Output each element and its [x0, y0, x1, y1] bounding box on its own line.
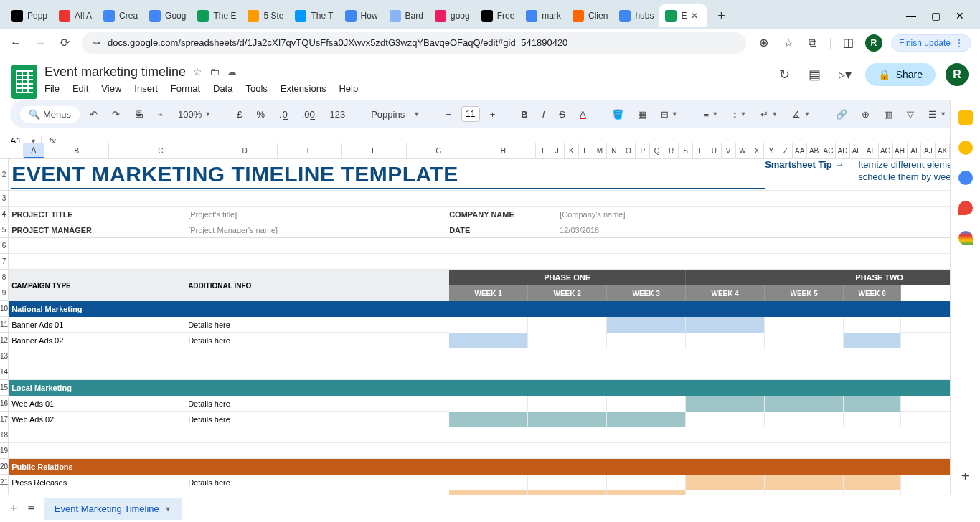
row-header[interactable]: 19: [0, 443, 9, 459]
week-cell[interactable]: [449, 396, 528, 412]
col-header[interactable]: AC: [821, 143, 836, 158]
week-cell[interactable]: [765, 317, 844, 333]
week-cell[interactable]: [607, 317, 686, 333]
minimize-button[interactable]: —: [905, 10, 917, 22]
col-header[interactable]: AB: [807, 143, 821, 158]
browser-tab[interactable]: Crea: [98, 4, 143, 27]
filter-button[interactable]: ▽: [903, 106, 918, 123]
site-info-icon[interactable]: ⊶: [92, 38, 100, 48]
menu-extensions[interactable]: Extensions: [281, 83, 326, 94]
row-header[interactable]: 17: [0, 412, 9, 427]
finish-update-button[interactable]: Finish update⋮: [891, 34, 971, 52]
menu-insert[interactable]: Insert: [134, 83, 158, 94]
percent-button[interactable]: %: [252, 106, 269, 123]
col-header[interactable]: A: [24, 143, 45, 158]
calendar-icon[interactable]: [958, 110, 973, 125]
all-sheets-button[interactable]: ≡: [28, 503, 34, 516]
browser-tab[interactable]: mark: [520, 4, 567, 27]
week-cell[interactable]: [607, 333, 686, 348]
row-header[interactable]: 2: [0, 159, 9, 191]
menu-data[interactable]: Data: [213, 83, 232, 94]
dec-font-button[interactable]: −: [441, 106, 456, 123]
col-header[interactable]: O: [621, 143, 636, 158]
browser-tab[interactable]: 5 Ste: [242, 4, 289, 27]
col-header[interactable]: AG: [879, 143, 893, 158]
sheet-tab-active[interactable]: Event Marketing Timeline▼: [44, 498, 182, 520]
filter-views-button[interactable]: ☰▼: [924, 106, 951, 123]
profile-avatar[interactable]: R: [865, 34, 882, 52]
currency-button[interactable]: £: [232, 106, 246, 123]
select-all-corner[interactable]: [0, 143, 24, 158]
reload-button[interactable]: ⟳: [57, 36, 72, 50]
week-cell[interactable]: [449, 475, 528, 490]
menu-format[interactable]: Format: [171, 83, 200, 94]
week-cell[interactable]: [686, 412, 765, 427]
browser-tab[interactable]: goog: [429, 4, 476, 27]
h-align-button[interactable]: ≡▼: [699, 106, 723, 123]
browser-tab[interactable]: The T: [289, 4, 339, 27]
row-header[interactable]: 18: [0, 427, 9, 443]
week-cell[interactable]: [765, 475, 844, 490]
week-cell[interactable]: [607, 475, 686, 490]
row-header[interactable]: 4: [0, 207, 9, 222]
col-header[interactable]: J: [550, 143, 565, 158]
col-header[interactable]: Z: [778, 143, 793, 158]
undo-button[interactable]: ↶: [85, 106, 102, 123]
new-tab-button[interactable]: +: [711, 6, 731, 26]
col-header[interactable]: L: [579, 143, 593, 158]
url-field[interactable]: ⊶ docs.google.com/spreadsheets/d/1Ja2cXI…: [82, 32, 746, 54]
wrap-button[interactable]: ↵▼: [756, 106, 782, 123]
add-addon-button[interactable]: +: [961, 468, 970, 485]
rotate-button[interactable]: ∡▼: [788, 106, 814, 123]
browser-tab[interactable]: hubs: [613, 4, 659, 27]
menu-edit[interactable]: Edit: [72, 83, 88, 94]
font-select[interactable]: Poppins▼: [367, 106, 424, 123]
week-cell[interactable]: [844, 333, 901, 348]
browser-tab[interactable]: All A: [53, 4, 98, 27]
row-header[interactable]: 5: [0, 222, 9, 238]
week-cell[interactable]: [528, 317, 607, 333]
col-header[interactable]: P: [636, 143, 650, 158]
browser-tab[interactable]: Pepp: [6, 4, 53, 27]
smartsheet-tip-link[interactable]: Smartsheet Tip →: [765, 159, 858, 170]
row-header[interactable]: 9: [0, 285, 9, 301]
tasks-icon[interactable]: [958, 171, 973, 185]
col-header[interactable]: Q: [650, 143, 664, 158]
close-tab-icon[interactable]: ✕: [691, 11, 701, 21]
col-header[interactable]: K: [565, 143, 579, 158]
fill-color-button[interactable]: 🪣: [608, 106, 628, 123]
week-cell[interactable]: [528, 412, 607, 427]
bold-button[interactable]: B: [517, 106, 532, 123]
keep-icon[interactable]: [958, 141, 973, 155]
contacts-icon[interactable]: [958, 201, 973, 215]
redo-button[interactable]: ↷: [108, 106, 124, 123]
extensions-icon[interactable]: ⧉: [805, 35, 821, 51]
menu-tools[interactable]: Tools: [245, 83, 267, 94]
row-header[interactable]: 7: [0, 254, 9, 270]
col-header[interactable]: I: [536, 143, 550, 158]
col-header[interactable]: AJ: [921, 143, 936, 158]
week-cell[interactable]: [844, 317, 901, 333]
merge-button[interactable]: ⊟▼: [656, 106, 682, 123]
row-header[interactable]: 6: [0, 238, 9, 254]
add-sheet-button[interactable]: +: [10, 501, 18, 516]
menu-help[interactable]: Help: [339, 83, 358, 94]
browser-tab[interactable]: Free: [476, 4, 521, 27]
zoom-select[interactable]: 100%▼: [174, 106, 215, 123]
move-icon[interactable]: 🗀: [209, 66, 220, 77]
menu-view[interactable]: View: [101, 83, 121, 94]
document-title[interactable]: Event marketing timeline: [44, 65, 186, 80]
browser-tab[interactable]: Clien: [567, 4, 613, 27]
col-header[interactable]: Y: [764, 143, 778, 158]
history-icon[interactable]: ↻: [775, 65, 795, 85]
cloud-icon[interactable]: ☁: [227, 66, 237, 77]
row-header[interactable]: 16: [0, 396, 9, 412]
maps-icon[interactable]: [958, 231, 973, 245]
col-header[interactable]: V: [722, 143, 736, 158]
week-cell[interactable]: [765, 412, 844, 427]
week-cell[interactable]: [686, 475, 765, 490]
close-window-button[interactable]: ✕: [954, 10, 966, 22]
col-header[interactable]: N: [607, 143, 621, 158]
strike-button[interactable]: S: [555, 106, 570, 123]
col-header[interactable]: AF: [864, 143, 879, 158]
